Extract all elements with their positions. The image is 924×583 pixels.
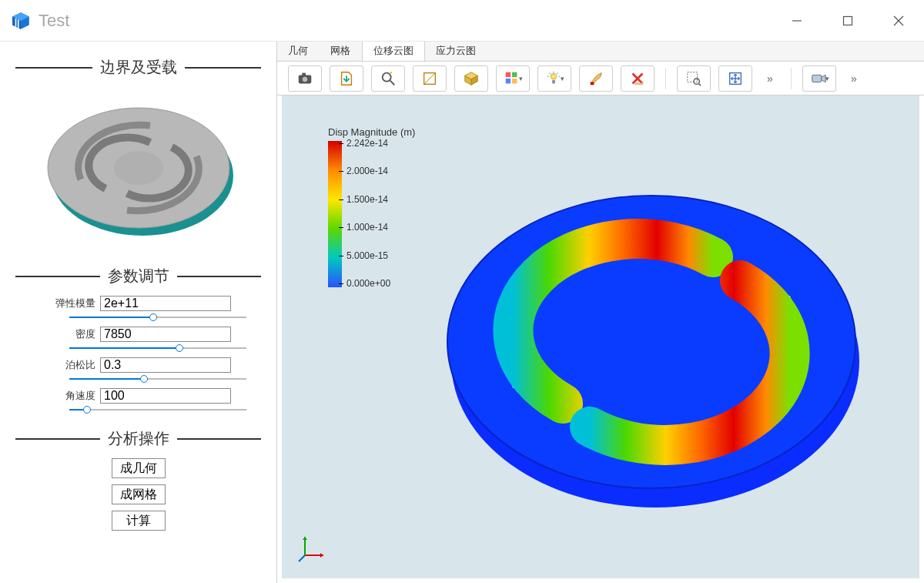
cube-icon[interactable] — [454, 65, 488, 92]
legend-tick: 1.500e-14 — [346, 194, 390, 205]
delete-icon[interactable] — [621, 65, 654, 92]
section-boundary-title: 边界及受载 — [92, 57, 185, 78]
svg-point-46 — [591, 299, 711, 385]
legend-title: Disp Magnitude (m) — [328, 126, 415, 138]
tab-stress[interactable]: 应力云图 — [425, 42, 487, 61]
fea-result-mesh — [405, 149, 898, 534]
angular-velocity-slider[interactable] — [69, 405, 246, 414]
section-ops-title: 分析操作 — [100, 428, 177, 449]
svg-point-25 — [551, 73, 556, 79]
angular-velocity-input[interactable] — [100, 388, 231, 404]
export-icon[interactable] — [330, 65, 363, 92]
svg-rect-32 — [591, 82, 594, 85]
svg-line-30 — [549, 72, 550, 73]
svg-rect-42 — [812, 75, 821, 82]
legend-tick: 2.000e-14 — [346, 166, 390, 176]
angular-velocity-label: 角速度 — [54, 389, 95, 403]
density-slider[interactable] — [69, 343, 246, 353]
svg-rect-21 — [505, 72, 510, 76]
camera-view-icon[interactable]: ▾ — [802, 65, 836, 92]
toolbar-overflow-1[interactable]: » — [760, 65, 780, 92]
elastic-modulus-slider[interactable] — [69, 313, 246, 322]
density-label: 密度 — [54, 327, 95, 341]
light-icon[interactable]: ▾ — [537, 65, 571, 92]
legend-tick: 0.000e+00 — [346, 278, 390, 289]
svg-rect-36 — [688, 72, 698, 82]
tab-geometry[interactable]: 几何 — [277, 42, 320, 61]
geometry-preview — [35, 87, 243, 249]
svg-rect-23 — [505, 79, 510, 83]
svg-line-50 — [299, 555, 305, 561]
svg-line-16 — [390, 80, 395, 85]
legend-tick: 5.000e-15 — [346, 250, 390, 261]
select-zoom-icon[interactable] — [677, 65, 711, 92]
brush-icon[interactable] — [579, 65, 613, 92]
legend-colorbar — [328, 141, 342, 287]
svg-point-37 — [694, 79, 699, 84]
poisson-input[interactable] — [100, 357, 231, 373]
section-params-title: 参数调节 — [100, 266, 177, 286]
generate-geometry-button[interactable]: 成几何 — [112, 458, 166, 478]
poisson-label: 泊松比 — [54, 358, 95, 372]
compute-button[interactable]: 计算 — [112, 511, 166, 531]
fit-icon[interactable] — [718, 65, 752, 92]
svg-rect-6 — [844, 16, 852, 25]
maximize-button[interactable] — [822, 0, 873, 42]
svg-marker-52 — [303, 537, 307, 540]
svg-rect-35 — [634, 82, 643, 85]
camera-icon[interactable] — [288, 65, 322, 92]
tab-mesh[interactable]: 网格 — [320, 42, 362, 61]
tab-displacement[interactable]: 位移云图 — [362, 42, 425, 61]
zoom-icon[interactable] — [371, 65, 405, 92]
density-input[interactable] — [100, 327, 231, 342]
svg-rect-22 — [512, 72, 517, 76]
svg-point-15 — [383, 72, 391, 81]
legend-tick: 2.242e-14 — [346, 138, 390, 149]
axis-triad-icon — [297, 532, 328, 563]
poisson-slider[interactable] — [69, 374, 246, 384]
svg-point-11 — [114, 151, 163, 185]
app-icon — [11, 11, 31, 31]
elastic-modulus-label: 弹性模量 — [54, 297, 95, 310]
svg-line-38 — [698, 83, 701, 85]
window-title: Test — [38, 11, 69, 31]
svg-rect-24 — [512, 79, 517, 83]
viewport-3d[interactable]: Disp Magnitude (m) 2.242e-14 2.000e-14 1… — [282, 95, 919, 578]
toolbar: ▾ ▾ » ▾ » — [277, 62, 924, 95]
tabs: 几何 网格 位移云图 应力云图 — [277, 42, 924, 62]
sidebar: 边界及受载 参数调节 弹性模量 密度 — [0, 42, 277, 583]
svg-line-31 — [557, 72, 557, 73]
blocks-icon[interactable]: ▾ — [496, 65, 530, 92]
color-legend: Disp Magnitude (m) 2.242e-14 2.000e-14 1… — [328, 126, 415, 289]
titlebar: Test — [0, 0, 924, 42]
svg-rect-14 — [302, 72, 306, 75]
generate-mesh-button[interactable]: 成网格 — [112, 484, 166, 504]
minimize-button[interactable] — [772, 0, 822, 42]
close-button[interactable] — [873, 0, 924, 42]
svg-marker-51 — [320, 553, 323, 558]
svg-rect-26 — [552, 79, 555, 83]
elastic-modulus-input[interactable] — [100, 296, 231, 311]
box-select-icon[interactable] — [413, 65, 447, 92]
legend-tick: 1.000e-14 — [346, 222, 390, 233]
svg-point-13 — [303, 76, 307, 81]
toolbar-overflow-2[interactable]: » — [844, 65, 864, 92]
